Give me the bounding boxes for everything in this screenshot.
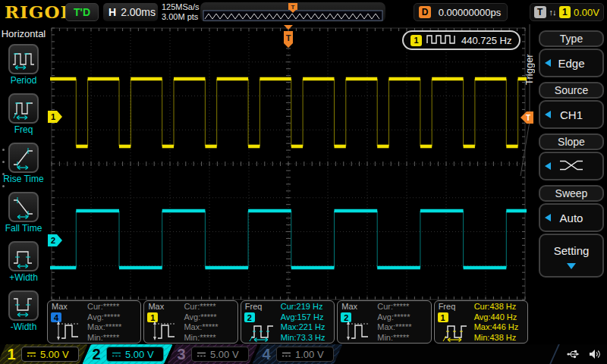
measurement-value-row: Avg:***** <box>87 312 121 323</box>
trigger-level-marker[interactable]: T <box>521 111 533 124</box>
max-measure-icon <box>151 319 178 345</box>
delay-box[interactable]: D 0.00000000ps <box>414 3 508 21</box>
svg-text:2: 2 <box>51 236 55 245</box>
menu-section-label: Slope <box>539 133 604 150</box>
setting-button[interactable]: Setting <box>539 234 604 278</box>
measurement-panel-5[interactable]: Freq 1 Cur:438 HzAvg:440 HzMax:446 HzMin… <box>434 300 528 344</box>
measurement-panels: Max 4 Cur:*****Avg:*****Max:*****Min:***… <box>47 300 528 344</box>
svg-text:T: T <box>526 114 530 122</box>
trigger-level-value: 0.00V <box>574 7 599 18</box>
brand-logo: RIGOL <box>5 2 74 22</box>
coupling-dc-icon <box>281 349 291 360</box>
menu-button-slope[interactable] <box>539 152 604 180</box>
pos-width-icon[interactable] <box>8 241 39 271</box>
measure-item-width[interactable]: +Width <box>0 241 47 290</box>
channel-4-button[interactable]: 4 1.00 V <box>252 344 343 364</box>
coupling-dc-icon <box>197 349 206 360</box>
measure-item-fall-time[interactable]: Fall Time <box>0 192 47 241</box>
channel-3-button[interactable]: 3 5.00 V <box>167 344 258 364</box>
menu-section-label: Sweep <box>539 185 604 202</box>
measurement-values: Cur:*****Avg:*****Max:*****Min:***** <box>184 302 218 343</box>
trigger-frequency-value: 440.725 Hz <box>461 35 512 46</box>
measurement-panel-2[interactable]: Max 1 Cur:*****Avg:*****Max:*****Min:***… <box>143 300 237 344</box>
measurement-panel-1[interactable]: Max 4 Cur:*****Avg:*****Max:*****Min:***… <box>47 300 141 344</box>
measurement-value-row: Avg:157 Hz <box>281 312 326 323</box>
menu-section-sweep: Sweep Auto <box>539 185 604 232</box>
channel-1-badge: 1 <box>410 35 422 46</box>
horizontal-position-bar[interactable]: T <box>200 2 385 22</box>
measure-item-label: Freq <box>0 124 47 135</box>
chevron-left-icon <box>545 111 551 118</box>
measurement-values: Cur:438 HzAvg:440 HzMax:446 HzMin:438 Hz <box>474 302 519 343</box>
channel-scale-value: 5.00 V <box>40 349 69 360</box>
delay-icon: D <box>419 6 431 18</box>
measurement-value-row: Max:***** <box>87 322 121 333</box>
status-bar: RIGOL T'D H 2.00ms 125MSa/s 3.00M pts T … <box>0 0 607 24</box>
measure-scroll-dots <box>2 149 5 197</box>
measurement-values: Cur:*****Avg:*****Max:*****Min:***** <box>87 302 121 343</box>
measurement-value-row: Cur:438 Hz <box>474 302 519 312</box>
waveform-display[interactable]: 1 2 T T 1 440.725 Hz <box>47 24 533 300</box>
svg-text:T: T <box>286 33 291 42</box>
chevron-down-icon <box>567 263 576 269</box>
measurement-value-row: Min:***** <box>87 333 121 344</box>
channel-1-button[interactable]: 1 5.00 V <box>0 344 88 364</box>
trigger-source-badge: 1 <box>559 6 571 18</box>
freq-icon[interactable] <box>8 93 39 124</box>
channel-scale-value: 1.00 V <box>295 349 324 360</box>
measurement-values: Cur:*****Avg:*****Max:*****Min:***** <box>377 302 411 343</box>
measure-item-label: Fall Time <box>0 223 47 234</box>
channel-1-marker[interactable]: 1 <box>48 111 62 123</box>
measurement-value-row: Min:438 Hz <box>474 333 519 344</box>
measurement-value-row: Max:***** <box>377 322 411 333</box>
measure-item-label: Period <box>0 75 47 86</box>
measure-item-width[interactable]: -Width <box>0 290 47 340</box>
freq-measure-icon <box>248 319 277 345</box>
svg-text:1: 1 <box>51 112 55 121</box>
channel-2-marker[interactable]: 2 <box>48 234 62 246</box>
measure-item-period[interactable]: Period <box>0 44 47 93</box>
measurement-value-row: Min:73.3 Hz <box>281 333 326 344</box>
measurement-value-row: Avg:440 Hz <box>474 312 519 323</box>
menu-button-type[interactable]: Edge <box>539 49 604 77</box>
rise-time-icon[interactable] <box>8 143 39 173</box>
menu-value: Edge <box>558 57 584 70</box>
period-icon[interactable] <box>8 44 39 74</box>
trigger-status-badge: T'D <box>65 3 99 21</box>
measure-item-freq[interactable]: Freq <box>0 93 47 143</box>
channel-scale-box: 5.00 V <box>191 347 249 362</box>
coupling-dc-icon <box>112 349 121 360</box>
menu-button-source[interactable]: CH1 <box>539 100 604 129</box>
fall-time-icon[interactable] <box>8 192 39 222</box>
chevron-left-icon <box>545 162 551 170</box>
horizontal-timebase-box[interactable]: H 2.00ms <box>103 3 158 21</box>
measurement-value-row: Cur:***** <box>87 302 121 312</box>
timebase-value: 2.00ms <box>121 6 156 18</box>
measure-item-rise-time[interactable]: Rise Time <box>0 143 47 192</box>
neg-width-icon[interactable] <box>8 290 39 321</box>
menu-section-label: Type <box>539 30 604 47</box>
trigger-info-box[interactable]: T ↑↓ 1 0.00V <box>530 3 604 21</box>
measurement-values: Cur:219 HzAvg:157 HzMax:221 HzMin:73.3 H… <box>281 302 326 343</box>
trigger-menu: Trigger Type Edge Source CH1 Slope Sweep… <box>531 24 607 364</box>
measurement-value-row: Max:***** <box>184 322 218 333</box>
menu-button-sweep[interactable]: Auto <box>539 203 604 232</box>
svg-text:T: T <box>291 4 295 11</box>
measurement-value-row: Max:221 Hz <box>281 322 326 333</box>
menu-section-label: Source <box>539 82 604 99</box>
channel-scale-box: 5.00 V <box>21 347 79 362</box>
channel-scale-value: 5.00 V <box>210 349 239 360</box>
measurement-type-label: Freq <box>439 302 456 311</box>
channel-2-button[interactable]: 2 5.00 V <box>82 344 173 364</box>
measurement-panel-4[interactable]: Max 2 Cur:*****Avg:*****Max:*****Min:***… <box>337 300 431 344</box>
measurement-value-row: Cur:***** <box>184 302 218 312</box>
channel-scale-box: 5.00 V <box>106 347 164 362</box>
horizontal-icon: H <box>109 6 116 18</box>
measurement-type-label: Max <box>52 302 68 311</box>
trigger-slope-arrows-icon: ↑↓ <box>549 8 556 17</box>
measurement-type-label: Freq <box>245 302 263 311</box>
coupling-dc-icon <box>27 349 36 360</box>
menu-section-source: Source CH1 <box>539 82 604 129</box>
measurement-panel-3[interactable]: Freq 2 Cur:219 HzAvg:157 HzMax:221 HzMin… <box>241 300 335 344</box>
measurement-value-row: Min:***** <box>184 333 218 344</box>
